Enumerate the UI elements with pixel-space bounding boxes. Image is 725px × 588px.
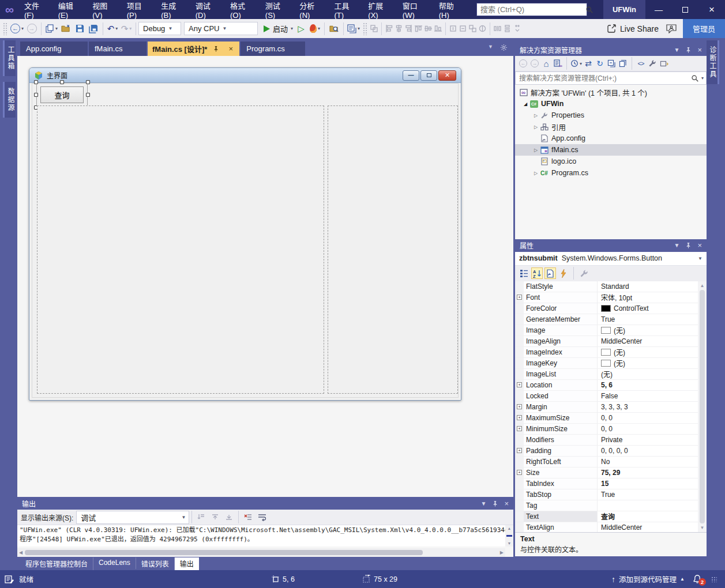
property-row-imageindex[interactable]: ImageIndex(无) <box>515 347 707 358</box>
notifications-button[interactable]: 2 <box>693 574 702 584</box>
tree-item-program[interactable]: ▷ C# Program.cs <box>515 167 707 179</box>
property-row-tag[interactable]: Tag <box>515 500 707 511</box>
solution-explorer-titlebar[interactable]: 解决方案资源管理器 ▼ × <box>515 43 707 56</box>
tab-codelens[interactable]: CodeLens <box>93 557 136 569</box>
properties-scrollbar[interactable]: ▲ ▼ <box>698 281 707 532</box>
property-row-righttoleft[interactable]: RightToLeftNo <box>515 457 707 468</box>
active-files-dropdown-icon[interactable]: ▼ <box>488 44 493 51</box>
designed-form-titlebar[interactable]: 主界面 — ✕ <box>29 68 461 83</box>
expand-icon[interactable]: + <box>517 295 522 300</box>
property-row-minimumsize[interactable]: +MinimumSize0, 0 <box>515 424 707 435</box>
scroll-down-icon[interactable]: ▼ <box>700 525 705 530</box>
expand-icon[interactable]: + <box>517 415 522 420</box>
collapsed-arrow-icon[interactable]: ▷ <box>532 171 539 176</box>
tab-package-manager-console[interactable]: 程序包管理器控制台 <box>20 557 93 571</box>
alphabetical-sort-icon[interactable]: AZ <box>531 267 543 279</box>
scrollbar-thumb[interactable] <box>25 550 423 555</box>
events-lightning-icon[interactable] <box>558 267 569 279</box>
menu-item-format[interactable]: 格式(O) <box>225 0 260 19</box>
tree-item-logo[interactable]: logo.ico <box>515 156 707 167</box>
forms-designer-surface[interactable]: 主界面 — ✕ 查询 <box>17 56 513 497</box>
new-project-icon[interactable]: ▾ <box>44 22 59 36</box>
solution-search-input[interactable] <box>516 74 690 82</box>
clear-all-output-icon[interactable] <box>244 514 252 521</box>
solution-search-box[interactable]: ▾ <box>515 71 707 85</box>
window-position-dropdown-icon[interactable]: ▼ <box>481 500 487 507</box>
property-row-locked[interactable]: LockedFalse <box>515 391 707 402</box>
window-position-dropdown-icon[interactable]: ▼ <box>674 47 680 53</box>
collapse-all-icon[interactable] <box>606 58 617 69</box>
start-debug-button[interactable]: 启动 ▾ <box>262 22 294 36</box>
property-row-margin[interactable]: +Margin3, 3, 3, 3 <box>515 402 707 413</box>
menu-item-build[interactable]: 生成(B) <box>156 0 190 19</box>
form-close-button[interactable]: ✕ <box>438 70 456 81</box>
close-panel-icon[interactable]: × <box>697 241 702 250</box>
property-row-tabindex[interactable]: TabIndex15 <box>515 478 707 489</box>
properties-wrench-icon[interactable] <box>647 58 658 69</box>
property-row-imagelist[interactable]: ImageList(无) <box>515 369 707 380</box>
output-vertical-scrollbar[interactable]: ▲ ▼ <box>505 525 513 546</box>
output-source-selector[interactable]: 调试 ▼ <box>76 511 189 524</box>
resize-handle[interactable] <box>34 80 38 84</box>
scroll-right-icon[interactable]: ▶ <box>500 550 504 555</box>
preview-selected-items-icon[interactable] <box>659 58 669 69</box>
sync-with-active-document-icon[interactable]: ⇄ <box>583 58 593 69</box>
menu-item-analyze[interactable]: 分析(N) <box>294 0 329 19</box>
scroll-down-icon[interactable]: ▼ <box>508 541 512 545</box>
pin-icon[interactable] <box>685 242 692 248</box>
right-panel-control[interactable] <box>328 105 458 394</box>
selected-object-selector[interactable]: zbtnsubmit System.Windows.Forms.Button ▼ <box>515 252 707 266</box>
property-row-padding[interactable]: +Padding0, 0, 0, 0 <box>515 446 707 457</box>
tree-item-properties[interactable]: ▷ Properties <box>515 110 707 121</box>
close-panel-icon[interactable]: × <box>697 46 702 54</box>
menu-item-file[interactable]: 文件(F) <box>19 0 53 19</box>
close-panel-icon[interactable]: × <box>504 499 509 508</box>
menu-item-debug[interactable]: 调试(D) <box>190 0 225 19</box>
toolbox-vertical-tab[interactable]: 工具箱 <box>3 40 16 76</box>
maximize-button[interactable] <box>672 0 698 19</box>
property-row-flatstyle[interactable]: FlatStyleStandard <box>515 281 707 292</box>
scroll-left-icon[interactable]: ◀ <box>19 550 22 555</box>
switch-views-icon[interactable]: ∞ <box>553 58 563 69</box>
solution-configuration-selector[interactable]: Debug ▼ <box>138 22 181 35</box>
expand-icon[interactable]: + <box>517 426 522 431</box>
close-tab-icon[interactable]: × <box>227 44 235 53</box>
pin-icon[interactable] <box>492 500 498 507</box>
tree-item-appconfig[interactable]: App.config <box>515 133 707 144</box>
quick-search-box[interactable] <box>476 3 587 16</box>
view-code-icon[interactable]: <> <box>636 58 646 69</box>
property-row-font[interactable]: +Font宋体, 10pt <box>515 292 707 303</box>
search-options-dropdown-icon[interactable]: ▾ <box>701 76 706 81</box>
scroll-up-icon[interactable]: ▲ <box>700 283 705 288</box>
scroll-up-icon[interactable]: ▲ <box>508 526 512 530</box>
menu-item-view[interactable]: 视图(V) <box>87 0 122 19</box>
navigate-back-button[interactable]: ←▾ <box>9 22 25 36</box>
menu-item-test[interactable]: 测试(S) <box>260 0 295 19</box>
window-position-dropdown-icon[interactable]: ▼ <box>674 242 680 248</box>
refresh-icon[interactable]: ↻ <box>595 58 605 69</box>
data-sources-vertical-tab[interactable]: 数据源 <box>3 82 16 118</box>
tab-error-list[interactable]: 错误列表 <box>136 557 175 571</box>
word-wrap-icon[interactable] <box>258 514 267 521</box>
output-panel-titlebar[interactable]: 输出 ▼ × <box>17 497 513 510</box>
tree-item-fmain[interactable]: ▷ fMain.cs <box>515 144 707 156</box>
properties-view-icon[interactable] <box>544 267 556 279</box>
menu-item-window[interactable]: 窗口(W) <box>397 0 434 19</box>
property-row-tabstop[interactable]: TabStopTrue <box>515 489 707 500</box>
expand-icon[interactable]: + <box>517 382 522 387</box>
menu-item-project[interactable]: 项目(P) <box>122 0 156 19</box>
open-file-icon[interactable] <box>59 22 73 36</box>
solution-explorer-toolbar-icon[interactable]: ▾ <box>346 22 361 36</box>
toolbar-drag-grip[interactable] <box>3 22 7 35</box>
property-row-generatemember[interactable]: GenerateMemberTrue <box>515 314 707 325</box>
property-row-text[interactable]: Text查询 <box>515 511 707 522</box>
resize-handle[interactable] <box>86 80 90 84</box>
property-row-forecolor[interactable]: ForeColorControlText <box>515 303 707 314</box>
menu-item-tools[interactable]: 工具(T) <box>329 0 363 19</box>
resize-handle[interactable] <box>86 93 90 97</box>
designed-form-client-area[interactable]: 查询 <box>32 83 459 398</box>
property-row-modifiers[interactable]: ModifiersPrivate <box>515 435 707 446</box>
pending-changes-filter-icon[interactable]: ▾ <box>570 58 582 69</box>
toolbar-drag-grip[interactable] <box>363 22 367 35</box>
tab-appconfig[interactable]: App.config <box>20 42 88 56</box>
